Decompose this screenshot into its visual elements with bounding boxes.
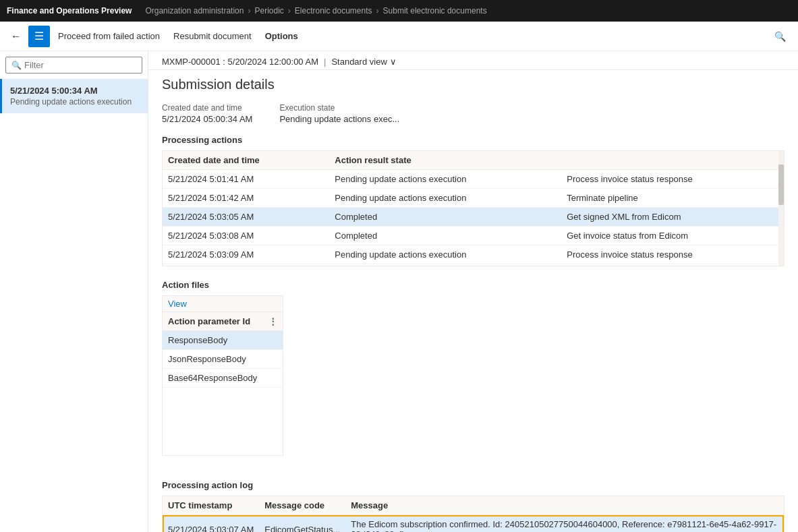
- back-button[interactable]: ←: [7, 27, 26, 46]
- processing-actions-row[interactable]: 5/21/2024 5:01:42 AM Pending update acti…: [163, 189, 784, 208]
- log-timestamp: 5/21/2024 5:03:07 AM: [163, 515, 259, 533]
- view-label: Standard view: [331, 57, 387, 67]
- log-header: UTC timestamp Message code Message: [163, 496, 784, 515]
- action-files-container: View Action parameter Id ⋮: [162, 295, 283, 456]
- action-files-row[interactable]: Base64ResponseBody: [163, 369, 283, 388]
- action-file-value: JsonResponseBody: [163, 350, 283, 369]
- log-col-timestamp: UTC timestamp: [163, 496, 259, 515]
- fields-row: Created date and time 5/21/2024 05:00:34…: [162, 103, 785, 124]
- scrollbar-thumb: [778, 165, 784, 205]
- action-files-row[interactable]: JsonResponseBody: [163, 350, 283, 369]
- sidebar-item-subtitle: Pending update actions execution: [10, 97, 140, 107]
- row-action-name: Process invoice status response: [561, 170, 784, 189]
- row-state: Pending update actions execution: [329, 245, 561, 264]
- action-files-row[interactable]: ResponseBody: [163, 331, 283, 350]
- execution-label: Execution state: [279, 103, 399, 113]
- row-state: Completed: [329, 208, 561, 227]
- processing-log-section: Processing action log UTC timestamp Mess…: [162, 480, 785, 532]
- view-link[interactable]: View: [168, 299, 187, 309]
- sidebar: 🔍 5/21/2024 5:00:34 AM Pending update ac…: [0, 51, 148, 532]
- log-message: The Edicom subscription confirmed. Id: 2…: [345, 515, 784, 533]
- breadcrumb-sep-3: ›: [376, 6, 379, 16]
- log-col-code: Message code: [259, 496, 345, 515]
- row-state: Pending update actions execution: [329, 170, 561, 189]
- breadcrumb: Organization administration › Periodic ›…: [145, 6, 486, 16]
- action-file-value: ResponseBody: [163, 331, 283, 350]
- app-name: Finance and Operations Preview: [7, 6, 132, 16]
- processing-actions-row[interactable]: 5/21/2024 5:01:41 AM Pending update acti…: [163, 170, 784, 189]
- processing-actions-scroll[interactable]: Created date and time Action result stat…: [163, 151, 784, 266]
- filter-input[interactable]: [24, 60, 138, 70]
- col-action-name: [561, 151, 784, 170]
- row-state: Completed: [329, 227, 561, 245]
- page-title: Submission details: [162, 77, 785, 92]
- top-nav: Finance and Operations Preview Organizat…: [0, 0, 798, 22]
- row-action-name: Terminate pipeline: [561, 264, 784, 266]
- row-action-name: Terminate pipeline: [561, 189, 784, 208]
- row-action-name: Process invoice status response: [561, 245, 784, 264]
- breadcrumb-item-1[interactable]: Organization administration: [145, 6, 244, 16]
- view-selector[interactable]: Standard view ∨: [331, 57, 396, 67]
- sidebar-item-0[interactable]: 5/21/2024 5:00:34 AM Pending update acti…: [0, 79, 148, 113]
- row-action-name: Get invoice status from Edicom: [561, 227, 784, 245]
- col-created-date: Created date and time: [163, 151, 329, 170]
- log-code: EdicomGetStatus...: [259, 515, 345, 533]
- filter-input-wrapper: 🔍: [5, 57, 142, 73]
- processing-actions-section: Processing actions Created date and time…: [162, 135, 785, 266]
- action-files-options-icon[interactable]: ⋮: [268, 316, 277, 326]
- main-layout: 🔍 5/21/2024 5:00:34 AM Pending update ac…: [0, 51, 798, 532]
- processing-log-title: Processing action log: [162, 480, 785, 490]
- created-label: Created date and time: [162, 103, 252, 113]
- processing-actions-title: Processing actions: [162, 135, 785, 145]
- col-result-state: Action result state: [329, 151, 561, 170]
- processing-actions-row[interactable]: 5/21/2024 5:03:08 AM Completed Get invoi…: [163, 227, 784, 245]
- log-row[interactable]: 5/21/2024 5:03:07 AM EdicomGetStatus... …: [163, 515, 784, 533]
- row-date: 5/21/2024 5:03:09 AM: [163, 264, 329, 266]
- filter-search-icon: 🔍: [11, 61, 22, 70]
- action-files-table: Action parameter Id ⋮ ResponseBodyJsonRe…: [163, 312, 283, 388]
- filter-box: 🔍: [0, 51, 148, 79]
- row-state: Pending update actions execution: [329, 264, 561, 266]
- execution-value: Pending update actions exec...: [279, 114, 399, 124]
- execution-field: Execution state Pending update actions e…: [279, 103, 399, 124]
- row-date: 5/21/2024 5:01:41 AM: [163, 170, 329, 189]
- bottom-sections: Action files View Action parameter Id ⋮: [162, 280, 785, 469]
- breadcrumb-sep-2: ›: [288, 6, 291, 16]
- processing-log-table: UTC timestamp Message code Message 5/21/…: [163, 496, 784, 532]
- action-files-header: Action parameter Id ⋮: [163, 312, 283, 331]
- action-files-toolbar: View: [163, 296, 283, 312]
- action-files-section: Action files View Action parameter Id ⋮: [162, 280, 283, 456]
- action-file-value: Base64ResponseBody: [163, 369, 283, 388]
- record-id: MXMP-000001 : 5/20/2024 12:00:00 AM: [162, 57, 318, 67]
- row-date: 5/21/2024 5:03:09 AM: [163, 245, 329, 264]
- created-value: 5/21/2024 05:00:34 AM: [162, 114, 252, 124]
- processing-actions-body: 5/21/2024 5:01:41 AM Pending update acti…: [163, 170, 784, 266]
- resubmit-document-button[interactable]: Resubmit document: [168, 28, 257, 44]
- options-button[interactable]: Options: [260, 28, 304, 44]
- row-date: 5/21/2024 5:03:05 AM: [163, 208, 329, 227]
- home-button[interactable]: ☰: [28, 26, 50, 47]
- log-col-message: Message: [345, 496, 784, 515]
- processing-actions-row[interactable]: 5/21/2024 5:03:05 AM Completed Get signe…: [163, 208, 784, 227]
- content-area: MXMP-000001 : 5/20/2024 12:00:00 AM | St…: [148, 51, 798, 532]
- breadcrumb-item-3[interactable]: Electronic documents: [295, 6, 372, 16]
- breadcrumb-item-4[interactable]: Submit electronic documents: [383, 6, 487, 16]
- row-action-name: Get signed XML from Edicom: [561, 208, 784, 227]
- log-body: 5/21/2024 5:03:07 AM EdicomGetStatus... …: [163, 515, 784, 533]
- breadcrumb-sep-1: ›: [248, 6, 250, 16]
- scrollbar-track[interactable]: [778, 151, 784, 266]
- processing-actions-table: Created date and time Action result stat…: [163, 151, 784, 266]
- processing-actions-header: Created date and time Action result stat…: [163, 151, 784, 170]
- right-panel: [297, 280, 785, 469]
- processing-log-container: UTC timestamp Message code Message 5/21/…: [162, 496, 785, 532]
- row-state: Pending update actions execution: [329, 189, 561, 208]
- processing-actions-row[interactable]: 5/21/2024 5:03:09 AM Pending update acti…: [163, 264, 784, 266]
- sub-header-sep: |: [324, 57, 326, 67]
- breadcrumb-item-2[interactable]: Periodic: [254, 6, 283, 16]
- proceed-failed-action-button[interactable]: Proceed from failed action: [53, 28, 165, 44]
- search-button[interactable]: 🔍: [769, 28, 791, 45]
- toolbar: ← ☰ Proceed from failed action Resubmit …: [0, 22, 798, 51]
- sub-header: MXMP-000001 : 5/20/2024 12:00:00 AM | St…: [148, 51, 798, 70]
- processing-actions-row[interactable]: 5/21/2024 5:03:09 AM Pending update acti…: [163, 245, 784, 264]
- page-content: Submission details Created date and time…: [148, 70, 798, 532]
